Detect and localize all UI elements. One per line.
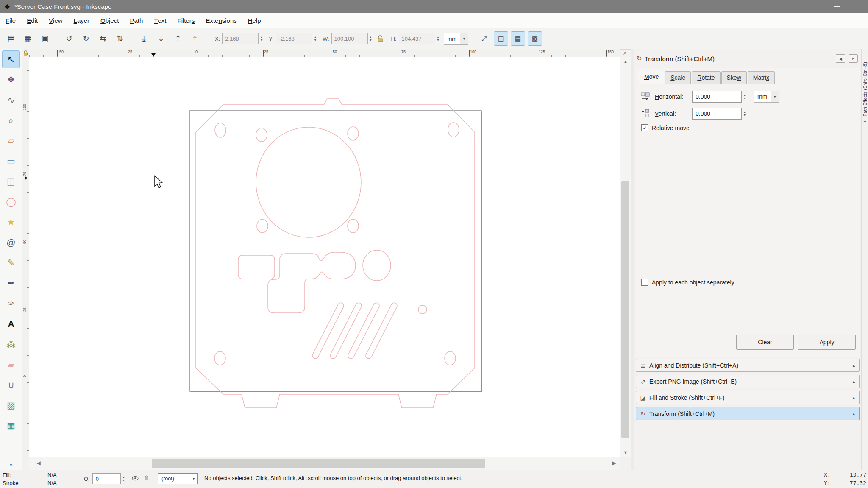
h-spinner[interactable]: ▲▼ (435, 33, 441, 44)
x-spinner[interactable]: ▲▼ (259, 33, 264, 44)
vertical-input[interactable]: 0.000 (692, 108, 742, 120)
gradient-tool[interactable]: ▨ (2, 396, 20, 414)
rotate-ccw-icon[interactable]: ↺ (62, 31, 76, 46)
eraser-tool[interactable]: ▰ (2, 356, 20, 374)
x-input[interactable]: 2.168 (222, 33, 259, 44)
scroll-down-icon[interactable]: ▼ (620, 448, 631, 457)
dock-bar-fill-stroke[interactable]: ◪Fill and Stroke (Shift+Ctrl+F)▲ (636, 391, 860, 404)
tweak-tool[interactable]: ∿ (2, 91, 20, 109)
y-input[interactable]: -2.168 (276, 33, 312, 44)
collapse-arrow-icon[interactable]: ▲ (852, 379, 856, 384)
horizontal-scrollbar[interactable]: ◀ ▶ (29, 457, 620, 470)
apply-each-checkbox[interactable] (641, 279, 648, 286)
raise-icon[interactable]: ⇡ (171, 31, 185, 46)
raise-to-top-icon[interactable]: ⤒ (188, 31, 202, 46)
deselect-icon[interactable]: ▣ (38, 31, 52, 46)
ellipse-tool[interactable]: ◯ (2, 193, 20, 211)
scroll-left-icon[interactable]: ◀ (34, 457, 43, 470)
vertical-scroll-thumb[interactable] (621, 181, 629, 438)
w-spinner[interactable]: ▲▼ (368, 33, 374, 44)
mesh-tool[interactable]: ▦ (2, 417, 20, 435)
panel-units-dropdown[interactable]: mm ▼ (754, 91, 779, 103)
menu-item-text[interactable]: Text (148, 13, 172, 28)
path-effects-tab[interactable]: Path Effects (Shift+Ctrl+&) ✦ (862, 62, 868, 231)
canvas[interactable] (29, 57, 620, 457)
rotate-cw-icon[interactable]: ↻ (79, 31, 93, 46)
horizontal-spinner[interactable]: ▲▼ (742, 91, 748, 102)
dock-bar-export-png[interactable]: ⇗Export PNG Image (Shift+Ctrl+E)▲ (636, 375, 860, 388)
scroll-up-icon[interactable]: ▲ (620, 57, 631, 66)
lower-to-bottom-icon[interactable]: ⤓ (137, 31, 151, 46)
relative-move-row[interactable]: ✓ Relative move (641, 124, 690, 131)
transform-patterns-toggle[interactable]: ▩ (528, 31, 542, 46)
opacity-input[interactable]: 0 (92, 473, 121, 484)
menu-item-view[interactable]: View (43, 13, 68, 28)
scale-corners-toggle[interactable]: ◱ (494, 31, 508, 46)
select-all-icon[interactable]: ▤ (4, 31, 18, 46)
ruler-lock-icon[interactable] (22, 49, 29, 57)
w-input[interactable]: 100.100 (331, 33, 368, 44)
menu-item-help[interactable]: Help (242, 13, 267, 28)
apply-button[interactable]: Apply (798, 335, 856, 350)
pencil-tool[interactable]: ✎ (2, 254, 20, 272)
scroll-right-icon[interactable]: ▶ (609, 457, 619, 470)
text-tool[interactable]: A (2, 315, 20, 333)
lock-ratio-icon[interactable] (377, 35, 384, 42)
layer-lock-icon[interactable] (144, 475, 149, 482)
menu-item-extensions[interactable]: Extensions (200, 13, 242, 28)
tab-move[interactable]: Move (639, 70, 664, 84)
spiral-tool[interactable]: @ (2, 234, 20, 251)
minimize-button[interactable]: — (830, 0, 844, 13)
apply-each-row[interactable]: Apply to each object separately (641, 279, 734, 286)
bucket-tool[interactable]: ∪ (2, 376, 20, 394)
dock-bar-align-distribute[interactable]: ≣Align and Distribute (Shift+Ctrl+A)▲ (636, 359, 860, 372)
zoom-tool[interactable]: ⌕ (2, 112, 20, 129)
node-tool[interactable]: ❖ (2, 71, 20, 89)
h-input[interactable]: 104.437 (399, 33, 435, 44)
menu-item-path[interactable]: Path (124, 13, 148, 28)
spray-tool[interactable]: ⁂ (2, 335, 20, 353)
menu-item-edit[interactable]: Edit (21, 13, 43, 28)
horizontal-input[interactable]: 0.000 (692, 91, 742, 103)
fill-stroke-indicator[interactable]: Fill:N/A Stroke:N/A (3, 471, 57, 487)
zoom-corner-icon[interactable]: ⌕ (620, 49, 631, 57)
iconify-dialog-button[interactable]: ◀ (836, 54, 845, 63)
collapse-arrow-icon[interactable]: ▲ (852, 396, 856, 400)
current-layer-dropdown[interactable]: (root) ▼ (158, 473, 198, 484)
calligraphy-tool[interactable]: ✑ (2, 295, 20, 312)
pen-tool[interactable]: ✒ (2, 274, 20, 292)
transform-gradients-toggle[interactable]: ▤ (511, 31, 525, 46)
tab-scale[interactable]: Scale (665, 71, 691, 84)
select-all-layers-icon[interactable]: ▦ (21, 31, 35, 46)
scale-stroke-toggle[interactable]: ⤢ (477, 31, 491, 46)
rectangle-tool[interactable]: ▭ (2, 152, 20, 170)
toolbox-overflow-button[interactable]: » (0, 461, 22, 468)
clear-button[interactable]: Clear (736, 335, 794, 350)
collapse-arrow-icon[interactable]: ▲ (852, 412, 856, 416)
menu-item-object[interactable]: Object (95, 13, 124, 28)
flip-horizontal-icon[interactable]: ⇆ (96, 31, 110, 46)
close-dialog-icon[interactable]: ✕ (849, 54, 858, 63)
star-tool[interactable]: ★ (2, 213, 20, 231)
flip-vertical-icon[interactable]: ⇅ (113, 31, 127, 46)
units-dropdown[interactable]: mm ▼ (444, 33, 469, 45)
opacity-spinner[interactable]: ▲▼ (121, 473, 127, 484)
measure-tool[interactable]: ▱ (2, 132, 20, 150)
selector-tool[interactable]: ↖ (2, 50, 20, 68)
box3d-tool[interactable]: ◫ (2, 173, 20, 190)
lower-icon[interactable]: ⇣ (154, 31, 168, 46)
vertical-spinner[interactable]: ▲▼ (742, 108, 748, 119)
dock-bar-transform[interactable]: ↻Transform (Shift+Ctrl+M)▲ (636, 407, 860, 420)
tab-matrix[interactable]: Matrix (748, 71, 775, 84)
layer-visibility-icon[interactable] (132, 476, 139, 482)
tab-rotate[interactable]: Rotate (692, 71, 720, 84)
menu-item-file[interactable]: File (0, 13, 21, 28)
vertical-scrollbar[interactable]: ▲ ▼ (620, 57, 631, 457)
collapse-arrow-icon[interactable]: ▲ (852, 363, 856, 368)
menu-item-layer[interactable]: Layer (68, 13, 95, 28)
y-spinner[interactable]: ▲▼ (312, 33, 318, 44)
horizontal-scroll-thumb[interactable] (152, 459, 485, 468)
relative-move-checkbox[interactable]: ✓ (641, 124, 648, 131)
tab-skew[interactable]: Skew (721, 71, 747, 84)
menu-item-filters[interactable]: Filters (172, 13, 200, 28)
